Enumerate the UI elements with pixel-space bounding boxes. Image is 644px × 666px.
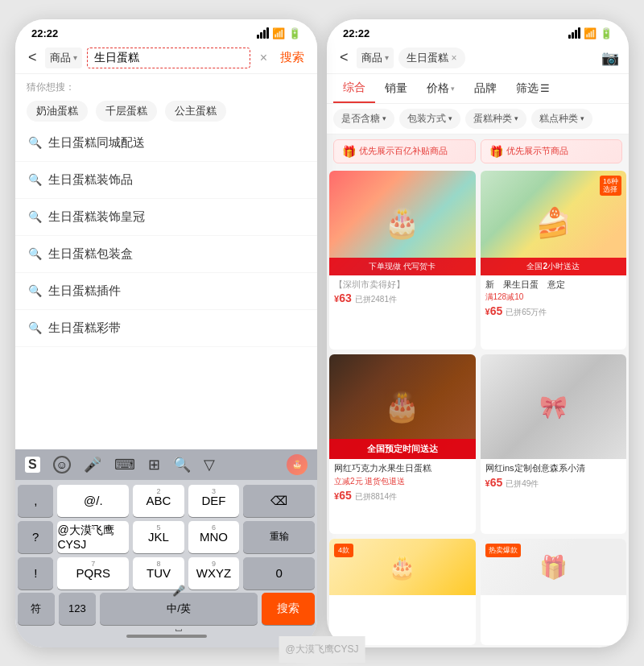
kb-key-zero[interactable]: 0 (243, 557, 315, 589)
list-item[interactable]: 🔍 生日蛋糕插件 (15, 273, 317, 310)
corner-badge-2: 16种选择 (600, 176, 621, 196)
kb-key-ghi[interactable]: 4 @大漠飞鹰CYSJ (57, 521, 129, 553)
search-tag-text: 生日蛋糕 (407, 51, 448, 65)
search-button[interactable]: 搜索 (277, 48, 308, 67)
tab-label-4: 筛选 (516, 81, 539, 96)
kb-key-wxyz[interactable]: 9 WXYZ (188, 557, 239, 589)
kb-key-comma[interactable]: , (18, 485, 53, 517)
space-label: 中/英 (167, 602, 191, 616)
clear-button[interactable]: × (255, 49, 272, 67)
filter-icon: ☰ (540, 82, 550, 94)
search-tag-close[interactable]: × (452, 52, 457, 64)
tab-label-0: 综合 (343, 81, 365, 95)
keyboard-rows: , @/. 2 ABC 3 DEF ⌫ ? 4 (15, 480, 317, 593)
search-toolbar-icon[interactable]: 🔍 (173, 456, 191, 474)
kb-row-2: ? 4 @大漠飞鹰CYSJ 5 JKL 6 MNO 重输 (18, 521, 315, 553)
search-bar-left: < 商品 ▾ × 搜索 (15, 43, 317, 74)
product-image-2: 🍰 16种选择 全国2小时送达 (481, 171, 627, 275)
product-grid: 🎂 下单现做 代写贺卡 【深圳市卖得好】 ¥63 (327, 168, 629, 647)
kb-key-123[interactable]: 123 (59, 593, 96, 625)
mic-icon[interactable]: 🎤 (84, 456, 101, 474)
product-image-6: 🎁 热卖爆款 (481, 539, 627, 595)
keyboard-type-icon[interactable]: ⌨ (114, 456, 135, 474)
status-bar-left: 22:22 📶 🔋 (15, 19, 317, 43)
kb-key-at[interactable]: @/. (57, 485, 129, 517)
product-overlay-2: 全国2小时送达 (481, 258, 627, 275)
list-item[interactable]: 🔍 生日蛋糕包装盒 (15, 236, 317, 273)
emoji-icon[interactable]: ☺ (53, 456, 71, 474)
search-input-box[interactable] (87, 48, 250, 68)
search-tag: 生日蛋糕 × (398, 48, 465, 68)
signal-icon (257, 27, 269, 39)
tab-brand[interactable]: 品牌 (464, 75, 506, 102)
space-icon: ⎵ (175, 621, 182, 633)
product-card-4[interactable]: 🎀 网红ins定制创意森系小清 ¥65 已拼49件 (481, 354, 627, 534)
kb-key-space[interactable]: 🎤 中/英 ⎵ (100, 593, 258, 625)
product-sold-2: 已拼65万件 (506, 307, 547, 318)
sub-filter-package[interactable]: 包装方式 ▾ (399, 109, 460, 129)
product-title-2: 新 果生日蛋 意定 (485, 279, 622, 290)
product-card-6[interactable]: 🎁 热卖爆款 (481, 539, 627, 644)
home-indicator (15, 628, 317, 647)
list-item-text: 生日蛋糕插件 (48, 283, 121, 299)
product-card-1[interactable]: 🎂 下单现做 代写贺卡 【深圳市卖得好】 ¥63 (329, 171, 476, 350)
wifi-icon-right: 📶 (584, 27, 597, 39)
product-card-2[interactable]: 🍰 16种选择 全国2小时送达 新 果生日蛋 意定 满128减10 ¥65 (481, 171, 627, 350)
kb-key-symbol[interactable]: 符 (18, 593, 55, 625)
product-discount-3: 立减2元 退货包退送 (334, 476, 471, 487)
search-input[interactable] (94, 52, 243, 64)
product-row-2: 🎂 全国预定时间送达 网红巧克力水果生日蛋糕 立减2元 退货包退送 ¥65 已 (327, 352, 629, 536)
back-button[interactable]: < (25, 48, 40, 68)
promo-banner-1[interactable]: 🎁 优先展示百亿补贴商品 (333, 139, 476, 163)
signal-icon-right (568, 27, 580, 39)
suggest-tag-2[interactable]: 千层蛋糕 (96, 101, 157, 122)
more-icon[interactable]: ▽ (204, 456, 215, 474)
back-button-right[interactable]: < (336, 48, 352, 68)
sogou-icon[interactable]: S (25, 457, 40, 473)
product-discount-2: 满128减10 (485, 292, 622, 303)
sub-filter-label-2: 蛋糕种类 (473, 112, 512, 126)
sub-filter-sugar[interactable]: 是否含糖 ▾ (333, 109, 394, 129)
kb-key-question[interactable]: ? (18, 521, 53, 553)
battery-icon-right: 🔋 (600, 27, 613, 39)
camera-icon[interactable]: 📷 (601, 49, 619, 67)
kb-key-delete[interactable]: ⌫ (243, 485, 315, 517)
list-item[interactable]: 🔍 生日蛋糕装饰品 (15, 162, 317, 199)
user-avatar[interactable]: 🎂 (287, 454, 308, 475)
tab-sales[interactable]: 销量 (375, 75, 417, 102)
kb-key-exclaim[interactable]: ! (18, 557, 53, 589)
kb-key-pqrs[interactable]: 7 PQRS (57, 557, 129, 589)
layout-icon[interactable]: ⊞ (148, 456, 160, 474)
product-overlay-3: 全国预定时间送达 (329, 439, 476, 459)
promo-icon-1: 🎁 (342, 145, 356, 158)
promo-text-2: 优先展示节商品 (506, 145, 568, 157)
kb-key-reenter[interactable]: 重输 (243, 521, 315, 553)
product-card-5[interactable]: 🎂 4款 (329, 539, 476, 644)
search-small-icon: 🔍 (28, 136, 42, 149)
kb-key-jkl[interactable]: 5 JKL (133, 521, 184, 553)
category-selector-right[interactable]: 商品 ▾ (357, 48, 394, 68)
kb-key-abc[interactable]: 2 ABC (133, 485, 184, 517)
sub-filter-pastry[interactable]: 糕点种类 ▾ (531, 109, 592, 129)
kb-key-mno[interactable]: 6 MNO (188, 521, 239, 553)
price-row-4: ¥65 已拼49件 (485, 476, 622, 490)
suggest-tag-1[interactable]: 奶油蛋糕 (27, 101, 88, 122)
list-item[interactable]: 🔍 生日蛋糕彩带 (15, 310, 317, 347)
list-item-text: 生日蛋糕装饰品 (48, 172, 133, 188)
list-item[interactable]: 🔍 生日蛋糕同城配送 (15, 125, 317, 162)
product-card-3[interactable]: 🎂 全国预定时间送达 网红巧克力水果生日蛋糕 立减2元 退货包退送 ¥65 已 (329, 354, 476, 534)
tab-price[interactable]: 价格 ▾ (417, 75, 464, 102)
list-item[interactable]: 🔍 生日蛋糕装饰皇冠 (15, 199, 317, 236)
suggest-tag-3[interactable]: 公主蛋糕 (165, 101, 226, 122)
tab-comprehensive[interactable]: 综合 (333, 74, 375, 103)
sub-filter-type[interactable]: 蛋糕种类 ▾ (465, 109, 526, 129)
product-price-4: ¥65 (485, 476, 503, 489)
kb-key-def[interactable]: 3 DEF (188, 485, 239, 517)
product-image-3: 🎂 全国预定时间送达 (329, 354, 476, 459)
tab-filter[interactable]: 筛选 ☰ (506, 75, 559, 102)
promo-banner-2[interactable]: 🎁 优先展示节商品 (481, 139, 623, 163)
category-selector[interactable]: 商品 ▾ (45, 48, 82, 68)
right-phone: 22:22 📶 🔋 < 商品 ▾ 生日蛋糕 × (327, 19, 629, 647)
product-info-4: 网红ins定制创意森系小清 ¥65 已拼49件 (481, 459, 627, 534)
kb-key-search[interactable]: 搜索 (262, 593, 315, 625)
